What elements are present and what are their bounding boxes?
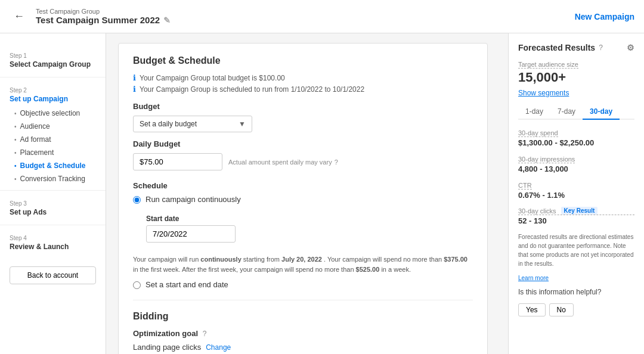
tab-1-day[interactable]: 1-day — [518, 104, 550, 120]
metric-value-ctr: 0.67% - 1.1% — [518, 191, 634, 200]
daily-budget-label: Daily Budget — [133, 139, 473, 148]
step1-title: Select Campaign Group — [10, 60, 96, 69]
title-group: Test Campaign Group Test Campaign Summer… — [36, 8, 171, 25]
show-segments-link[interactable]: Show segments — [518, 89, 634, 97]
right-panel: Forecasted Results ? ⚙ Target audience s… — [508, 33, 644, 354]
question-icon-budget[interactable]: ? — [335, 159, 338, 166]
helpful-yes-button[interactable]: Yes — [518, 303, 546, 316]
back-button[interactable]: ← — [10, 7, 29, 26]
info-icon-1: ℹ — [133, 73, 136, 82]
budget-schedule-card: Budget & Schedule ℹ Your Campaign Group … — [118, 43, 488, 354]
schedule-info-text: Your campaign will run continuously star… — [133, 254, 473, 274]
change-link[interactable]: Change — [206, 343, 231, 352]
schedule-section: Schedule Run campaign continuously Start… — [133, 181, 473, 289]
run-continuously-option[interactable]: Run campaign continuously — [133, 195, 473, 204]
set-start-end-date-radio[interactable] — [133, 281, 141, 289]
step3-label: Step 3 — [10, 200, 96, 207]
metric-value-spend: $1,300.00 - $2,250.00 — [518, 138, 634, 147]
back-to-account-button[interactable]: Back to account — [10, 266, 96, 284]
campaign-name-label: Test Campaign Summer 2022 ✎ — [36, 15, 171, 25]
section-divider — [133, 300, 473, 300]
step2-title: Set up Campaign — [10, 95, 96, 103]
sidebar: Step 1 Select Campaign Group Step 2 Set … — [0, 33, 106, 354]
info-line2: ℹ Your Campaign Group is scheduled to ru… — [133, 85, 473, 94]
sidebar-item-objective-selection[interactable]: Objective selection — [0, 107, 106, 120]
landing-page-clicks-label: Landing page clicks — [133, 343, 201, 352]
sidebar-step2: Step 2 Set up Campaign Objective selecti… — [0, 77, 106, 188]
bidding-section-title: Bidding — [133, 311, 473, 322]
run-continuously-label: Run campaign continuously — [145, 195, 241, 204]
learn-more-link[interactable]: Learn more — [518, 275, 549, 281]
question-icon-forecast[interactable]: ? — [599, 44, 603, 52]
actual-amount-note: Actual amount spent daily may vary ? — [228, 159, 338, 166]
metric-value-impressions: 4,800 - 13,000 — [518, 164, 634, 173]
content-area: Budget & Schedule ℹ Your Campaign Group … — [106, 33, 508, 354]
set-start-end-date-label: Set a start and end date — [145, 280, 228, 289]
budget-label: Budget — [133, 102, 473, 111]
sidebar-item-budget-schedule[interactable]: Budget & Schedule — [0, 159, 106, 172]
sidebar-item-ad-format[interactable]: Ad format — [0, 133, 106, 146]
helpful-row: Is this information helpful? Yes No — [518, 288, 634, 316]
optimization-goal-row: Optimization goal ? — [133, 329, 473, 338]
optimization-goal-label: Optimization goal — [133, 329, 198, 338]
budget-section: Budget Set a daily budget ▼ Daily Budget… — [133, 102, 473, 170]
day-tabs: 1-day 7-day 30-day — [518, 104, 634, 120]
audience-size-label: Target audience size — [518, 61, 578, 69]
step4-title: Review & Launch — [10, 243, 96, 251]
disclaimer-text: Forecasted results are directional estim… — [518, 232, 634, 268]
step1-label: Step 1 — [10, 52, 96, 59]
metric-label-impressions: 30-day impressions — [518, 156, 575, 163]
budget-type-value: Set a daily budget — [140, 120, 197, 128]
daily-budget-input[interactable] — [133, 153, 222, 170]
start-date-group: Start date — [146, 215, 473, 243]
sidebar-step1: Step 1 Select Campaign Group — [0, 43, 106, 74]
metric-label-clicks: 30-day clicks Key Result — [518, 207, 634, 215]
section-title: Budget & Schedule — [133, 55, 473, 66]
metric-label-ctr: CTR — [518, 182, 532, 190]
bidding-section: Bidding Optimization goal ? Landing page… — [133, 311, 473, 354]
sidebar-step3: Step 3 Set up Ads — [0, 190, 106, 222]
step3-title: Set up Ads — [10, 208, 96, 216]
sidebar-item-audience[interactable]: Audience — [0, 120, 106, 133]
step2-label: Step 2 — [10, 87, 96, 94]
start-date-input[interactable] — [146, 225, 236, 243]
panel-title: Forecasted Results ? ⚙ — [518, 43, 634, 52]
tab-7-day[interactable]: 7-day — [550, 104, 583, 120]
set-start-end-date-option[interactable]: Set a start and end date — [133, 280, 473, 289]
new-campaign-button-label[interactable]: New Campaign — [575, 12, 634, 21]
schedule-radio-group: Run campaign continuously Start date You… — [133, 195, 473, 289]
question-icon-optimization[interactable]: ? — [203, 330, 207, 338]
metric-ctr: CTR 0.67% - 1.1% — [518, 181, 634, 200]
sidebar-step4: Step 4 Review & Launch — [0, 225, 106, 257]
sidebar-item-placement[interactable]: Placement — [0, 146, 106, 159]
schedule-label: Schedule — [133, 181, 473, 190]
audience-size-value: 15,000+ — [518, 70, 634, 85]
daily-budget-group: Actual amount spent daily may vary ? — [133, 153, 473, 170]
budget-type-dropdown[interactable]: Set a daily budget ▼ — [133, 116, 252, 132]
metric-value-clicks: 52 - 130 — [518, 216, 634, 225]
helpful-no-button[interactable]: No — [549, 303, 574, 316]
metric-30-day-spend: 30-day spend $1,300.00 - $2,250.00 — [518, 128, 634, 147]
run-continuously-radio[interactable] — [133, 196, 141, 204]
dropdown-arrow-icon: ▼ — [239, 120, 246, 128]
step4-label: Step 4 — [10, 235, 96, 241]
info-line1: ℹ Your Campaign Group total budget is $1… — [133, 73, 473, 82]
start-date-label: Start date — [146, 215, 473, 223]
edit-campaign-name-icon[interactable]: ✎ — [163, 15, 171, 25]
metric-30-day-clicks: 30-day clicks Key Result 52 - 130 — [518, 207, 634, 225]
metric-label-spend: 30-day spend — [518, 129, 558, 137]
metric-30-day-impressions: 30-day impressions 4,800 - 13,000 — [518, 154, 634, 173]
tab-30-day[interactable]: 30-day — [583, 104, 620, 120]
gear-icon[interactable]: ⚙ — [627, 43, 634, 52]
helpful-label: Is this information helpful? — [518, 288, 601, 296]
campaign-group-label: Test Campaign Group — [36, 8, 171, 15]
info-icon-2: ℹ — [133, 85, 136, 94]
landing-page-clicks-row: Landing page clicks Change — [133, 343, 473, 352]
sidebar-item-conversion-tracking[interactable]: Conversion Tracking — [0, 172, 106, 185]
key-result-badge: Key Result — [561, 207, 598, 215]
